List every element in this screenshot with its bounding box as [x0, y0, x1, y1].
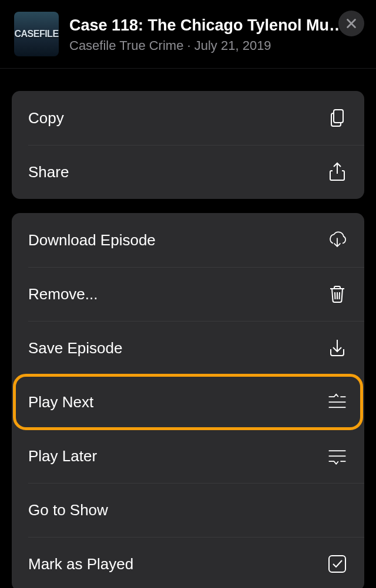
menu-item-label: Mark as Played — [28, 555, 133, 573]
menu-group-1: Copy Share — [12, 91, 364, 199]
svg-rect-2 — [334, 110, 343, 123]
copy-doc-icon — [327, 107, 348, 129]
menu-group-2: Download Episode Remove... — [12, 213, 364, 588]
play-next-button[interactable]: Play Next — [12, 375, 364, 429]
episode-subtitle: Casefile True Crime · July 21, 2019 — [69, 38, 364, 53]
download-cloud-icon — [327, 229, 348, 251]
play-later-button[interactable]: Play Later — [12, 429, 364, 483]
menu-item-label: Play Later — [28, 447, 97, 465]
menu-sections: Copy Share Download Episode — [0, 69, 376, 588]
checkbox-icon — [327, 553, 348, 575]
close-icon — [345, 17, 358, 30]
play-next-highlight: Play Next — [12, 375, 364, 429]
share-button[interactable]: Share — [12, 145, 364, 199]
menu-item-label: Download Episode — [28, 231, 156, 249]
header-text: Case 118: The Chicago Tylenol Mur... Cas… — [69, 15, 364, 53]
svg-rect-12 — [329, 556, 345, 572]
trash-icon — [327, 283, 348, 305]
podcast-artwork: CASEFILE — [14, 12, 59, 56]
episode-header: CASEFILE Case 118: The Chicago Tylenol M… — [0, 0, 376, 68]
podcast-name: Casefile True Crime — [69, 38, 183, 53]
close-button[interactable] — [338, 11, 364, 36]
episode-date: July 21, 2019 — [194, 38, 271, 53]
episode-title: Case 118: The Chicago Tylenol Mur... — [69, 16, 345, 35]
svg-line-3 — [335, 292, 335, 299]
play-next-icon — [327, 391, 348, 413]
menu-item-label: Remove... — [28, 285, 98, 303]
play-later-icon — [327, 445, 348, 467]
save-button[interactable]: Save Episode — [12, 321, 364, 375]
empty-icon — [327, 499, 348, 521]
save-icon — [327, 337, 348, 359]
menu-item-label: Go to Show — [28, 501, 108, 519]
menu-item-label: Save Episode — [28, 339, 122, 357]
svg-line-5 — [340, 292, 340, 299]
mark-played-button[interactable]: Mark as Played — [12, 537, 364, 588]
menu-item-label: Play Next — [28, 393, 93, 411]
remove-button[interactable]: Remove... — [12, 267, 364, 321]
go-to-show-button[interactable]: Go to Show — [12, 483, 364, 537]
menu-item-label: Copy — [28, 109, 64, 127]
copy-button[interactable]: Copy — [12, 91, 364, 145]
share-icon — [327, 161, 348, 183]
menu-item-label: Share — [28, 163, 69, 181]
download-button[interactable]: Download Episode — [12, 213, 364, 267]
